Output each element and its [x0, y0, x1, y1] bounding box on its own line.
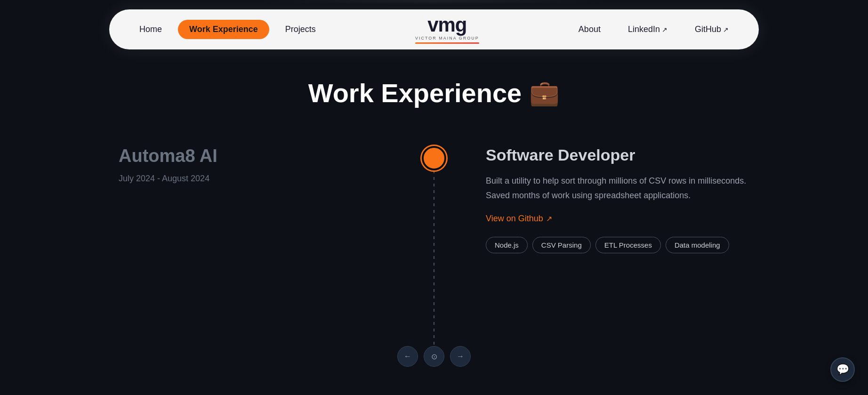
company-name: Automa8 AI: [119, 146, 382, 166]
nav-links-left: Home Work Experience Projects: [128, 20, 327, 39]
nav-logo[interactable]: vmg VICTOR MAINA GROUP: [415, 15, 479, 44]
timeline-center: [410, 146, 458, 368]
github-external-arrow: ↗: [723, 26, 729, 33]
nav-next-icon[interactable]: →: [450, 346, 471, 367]
tag-csv-parsing: CSV Parsing: [532, 237, 591, 253]
nav-home[interactable]: Home: [128, 20, 173, 39]
right-panel: Software Developer Built a utility to he…: [458, 146, 749, 253]
tags-container: Node.js CSV Parsing ETL Processes Data m…: [486, 237, 749, 253]
job-description: Built a utility to help sort through mil…: [486, 174, 749, 202]
logo-underline: [415, 42, 479, 44]
tag-etl-processes: ETL Processes: [595, 237, 661, 253]
timeline-dot: [422, 146, 446, 170]
left-panel: Automa8 AI July 2024 - August 2024: [119, 146, 410, 184]
nav-projects[interactable]: Projects: [274, 20, 327, 39]
nav-about[interactable]: About: [567, 20, 612, 39]
linkedin-external-arrow: ↗: [662, 26, 667, 33]
bottom-nav-hint: ← ⊙ →: [397, 346, 471, 367]
nav-linkedin[interactable]: LinkedIn ↗: [617, 20, 679, 39]
main-content: Work Experience 💼 Automa8 AI July 2024 -…: [0, 49, 868, 387]
nav-center-icon[interactable]: ⊙: [424, 346, 444, 367]
nav-links-right: About LinkedIn ↗ GitHub ↗: [567, 20, 740, 39]
tag-nodejs: Node.js: [486, 237, 528, 253]
timeline-section: Automa8 AI July 2024 - August 2024 Softw…: [0, 146, 868, 368]
page-title: Work Experience: [308, 78, 522, 108]
navbar: Home Work Experience Projects vmg VICTOR…: [109, 9, 759, 49]
page-title-section: Work Experience 💼: [0, 78, 868, 108]
date-range: July 2024 - August 2024: [119, 174, 382, 184]
briefcase-emoji: 💼: [529, 79, 560, 107]
nav-work-experience[interactable]: Work Experience: [178, 20, 269, 39]
tag-data-modeling: Data modeling: [666, 237, 729, 253]
github-link-arrow-icon: ↗: [546, 214, 552, 223]
timeline-line: [434, 170, 434, 368]
logo-subtitle: VICTOR MAINA GROUP: [415, 36, 479, 40]
job-title: Software Developer: [486, 146, 749, 164]
github-link[interactable]: View on Github ↗: [486, 214, 749, 224]
logo-text: vmg: [427, 15, 466, 35]
nav-github[interactable]: GitHub ↗: [683, 20, 740, 39]
nav-prev-icon[interactable]: ←: [397, 346, 418, 367]
chat-bubble[interactable]: 💬: [830, 357, 855, 382]
